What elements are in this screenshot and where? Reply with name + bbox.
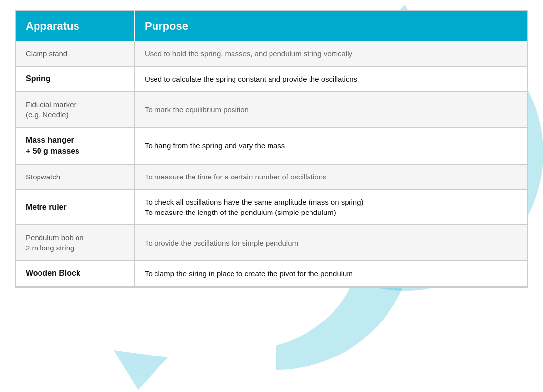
apparatus-table: Apparatus Purpose Clamp standUsed to hol… xyxy=(16,11,527,287)
purpose-cell-pendulum-bob: To provide the oscillations for simple p… xyxy=(134,225,527,260)
apparatus-cell-fiducial-marker: Fiducial marker(e.g. Needle) xyxy=(16,92,134,127)
purpose-cell-fiducial-marker: To mark the equilibrium position xyxy=(134,92,527,127)
purpose-cell-wooden-block: To clamp the string in place to create t… xyxy=(134,260,527,286)
table-row-mass-hanger: Mass hanger+ 50 g massesTo hang from the… xyxy=(16,127,527,164)
purpose-cell-metre-ruler: To check all oscillations have the same … xyxy=(134,189,527,225)
purpose-cell-clamp-stand: Used to hold the spring, masses, and pen… xyxy=(134,41,527,66)
table-header-row: Apparatus Purpose xyxy=(16,11,527,41)
purpose-cell-mass-hanger: To hang from the spring and vary the mas… xyxy=(134,127,527,164)
apparatus-cell-wooden-block: Wooden Block xyxy=(16,260,134,286)
purpose-cell-stopwatch: To measure the time for a certain number… xyxy=(134,164,527,189)
table-row-pendulum-bob: Pendulum bob on2 m long stringTo provide… xyxy=(16,225,527,260)
apparatus-table-container: Apparatus Purpose Clamp standUsed to hol… xyxy=(15,10,528,288)
purpose-cell-spring: Used to calculate the spring constant an… xyxy=(134,66,527,92)
apparatus-cell-clamp-stand: Clamp stand xyxy=(16,41,134,66)
header-apparatus: Apparatus xyxy=(16,11,134,41)
table-row-fiducial-marker: Fiducial marker(e.g. Needle)To mark the … xyxy=(16,92,527,127)
apparatus-cell-metre-ruler: Metre ruler xyxy=(16,189,134,225)
svg-marker-1 xyxy=(114,350,168,390)
apparatus-cell-stopwatch: Stopwatch xyxy=(16,164,134,189)
table-row-stopwatch: StopwatchTo measure the time for a certa… xyxy=(16,164,527,189)
header-purpose: Purpose xyxy=(134,11,527,41)
apparatus-cell-mass-hanger: Mass hanger+ 50 g masses xyxy=(16,127,134,164)
table-row-metre-ruler: Metre rulerTo check all oscillations hav… xyxy=(16,189,527,225)
apparatus-cell-pendulum-bob: Pendulum bob on2 m long string xyxy=(16,225,134,260)
table-row-wooden-block: Wooden BlockTo clamp the string in place… xyxy=(16,260,527,286)
apparatus-cell-spring: Spring xyxy=(16,66,134,92)
table-row-clamp-stand: Clamp standUsed to hold the spring, mass… xyxy=(16,41,527,66)
table-row-spring: SpringUsed to calculate the spring const… xyxy=(16,66,527,92)
page-wrapper: Apparatus Purpose Clamp standUsed to hol… xyxy=(0,0,543,392)
